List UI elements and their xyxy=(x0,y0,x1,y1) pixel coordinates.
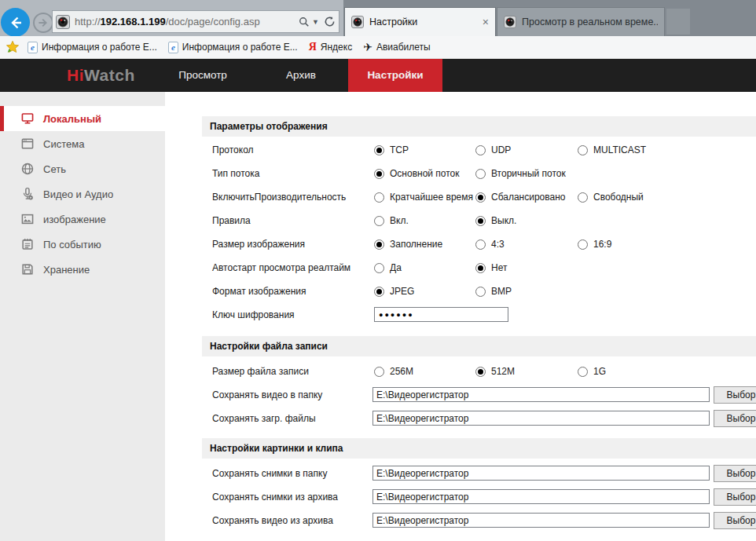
radio-selected-icon[interactable] xyxy=(374,145,384,155)
section-header: Параметры отображения xyxy=(202,116,756,137)
radio-unselected-icon[interactable] xyxy=(475,145,486,155)
nav-settings[interactable]: Настройки xyxy=(348,59,442,92)
radio-selected-icon[interactable] xyxy=(475,367,486,377)
radio-option[interactable]: BMP xyxy=(475,280,512,303)
sidebar-item-6[interactable]: По событию xyxy=(0,232,165,257)
back-arrow-icon xyxy=(8,15,24,31)
forward-button[interactable] xyxy=(33,13,53,33)
radio-selected-icon[interactable] xyxy=(374,169,384,179)
radio-option[interactable]: UDP xyxy=(475,138,511,162)
tab-live-view[interactable]: Просмотр в реальном време... xyxy=(497,7,665,36)
field-label: Сохранять снимки в папку xyxy=(212,462,327,485)
form-row: Размер изображенияЗаполнение4:316:9 xyxy=(202,232,756,256)
radio-option[interactable]: Выкл. xyxy=(475,209,516,232)
radio-unselected-icon[interactable] xyxy=(374,367,384,377)
radio-option[interactable]: Да xyxy=(374,256,402,280)
sidebar-item-label: Хранение xyxy=(43,264,90,276)
browse-button[interactable]: Выбор... xyxy=(714,386,756,404)
folder-path-input[interactable] xyxy=(372,489,710,504)
field-label: Размер файла записи xyxy=(212,360,309,383)
radio-unselected-icon[interactable] xyxy=(578,239,588,250)
folder-path-input[interactable] xyxy=(372,411,710,426)
sidebar-item-1[interactable]: Локальный xyxy=(0,106,165,131)
browse-button[interactable]: Выбор... xyxy=(714,465,756,482)
favorite-link-yandex[interactable]: Я Яндекс xyxy=(309,41,352,53)
ie-page-icon: e xyxy=(28,42,38,53)
radio-option-label: MULTICAST xyxy=(593,144,646,155)
form-row: Сохранять снимки из архиваВыбор... xyxy=(202,485,756,509)
radio-option-label: JPEG xyxy=(390,286,414,297)
tab-close-icon[interactable]: × xyxy=(483,16,489,27)
radio-option[interactable]: JPEG xyxy=(374,280,414,303)
radio-option-label: Основной поток xyxy=(390,168,460,179)
sidebar-item-4[interactable]: Видео и Аудио xyxy=(0,181,165,207)
favorite-link[interactable]: e Информация о работе Е... xyxy=(168,42,298,53)
radio-option[interactable]: 256M xyxy=(374,360,413,383)
search-dropdown-caret[interactable]: ▼ xyxy=(312,18,319,26)
radio-unselected-icon[interactable] xyxy=(374,216,384,226)
sidebar-item-5[interactable]: изображение xyxy=(0,207,165,232)
folder-path-input[interactable] xyxy=(372,466,710,481)
radio-option[interactable]: Вкл. xyxy=(374,209,409,232)
nav-archive[interactable]: Архив xyxy=(267,59,335,92)
form-row: ВключитьПроизводительностьКратчайшее вре… xyxy=(202,185,756,209)
sidebar-item-7[interactable]: Хранение xyxy=(0,257,165,282)
radio-option[interactable]: MULTICAST xyxy=(578,138,646,162)
radio-selected-icon[interactable] xyxy=(374,239,384,250)
ie-page-icon: e xyxy=(168,42,178,53)
radio-option[interactable]: Кратчайшее время xyxy=(374,185,473,209)
back-button[interactable] xyxy=(1,8,30,37)
image-icon xyxy=(20,212,35,226)
radio-option-label: 16:9 xyxy=(593,239,611,250)
favorite-link-tickets[interactable]: ✈ Авиабилеты xyxy=(363,41,430,53)
sidebar-item-3[interactable]: Сеть xyxy=(0,156,165,181)
favorites-star-icon[interactable] xyxy=(6,40,20,54)
radio-unselected-icon[interactable] xyxy=(374,263,384,273)
field-label: Протокол xyxy=(212,138,254,162)
folder-path-input[interactable] xyxy=(372,513,710,528)
airplane-icon: ✈ xyxy=(363,41,372,53)
folder-path-input[interactable] xyxy=(372,387,710,402)
radio-unselected-icon[interactable] xyxy=(578,192,588,203)
browse-button[interactable]: Выбор... xyxy=(714,410,756,427)
radio-unselected-icon[interactable] xyxy=(374,192,384,203)
radio-selected-icon[interactable] xyxy=(374,287,384,297)
sidebar-item-2[interactable]: Система xyxy=(0,131,165,156)
tab-settings[interactable]: Настройки × xyxy=(344,7,496,36)
radio-option[interactable]: 16:9 xyxy=(578,232,611,256)
radio-selected-icon[interactable] xyxy=(475,216,486,226)
encryption-key-input[interactable]: ●●●●●● xyxy=(374,307,508,322)
radio-option[interactable]: TCP xyxy=(374,138,409,162)
radio-option-label: Сбалансировано xyxy=(491,192,566,203)
favorite-link[interactable]: e Информация о работе Е... xyxy=(28,42,157,53)
radio-option[interactable]: 1G xyxy=(578,360,606,383)
settings-sidebar: ЛокальныйСистемаСетьВидео и Аудиоизображ… xyxy=(0,92,165,541)
refresh-icon[interactable] xyxy=(324,16,336,27)
radio-unselected-icon[interactable] xyxy=(475,287,486,297)
browse-button[interactable]: Выбор... xyxy=(714,488,756,506)
radio-option[interactable]: Заполнение xyxy=(374,232,442,256)
site-favicon xyxy=(56,15,70,29)
radio-selected-icon[interactable] xyxy=(475,192,486,203)
radio-option[interactable]: Сбалансировано xyxy=(475,185,566,209)
browser-tab-strip: Настройки × Просмотр в реальном време... xyxy=(343,0,756,36)
radio-unselected-icon[interactable] xyxy=(578,367,588,377)
radio-selected-icon[interactable] xyxy=(475,263,486,273)
search-icon[interactable] xyxy=(299,16,310,27)
radio-unselected-icon[interactable] xyxy=(578,145,588,155)
radio-unselected-icon[interactable] xyxy=(475,169,486,179)
radio-option[interactable]: Свободный xyxy=(578,185,644,209)
nav-live-view[interactable]: Просмотр xyxy=(161,59,244,92)
yandex-icon: Я xyxy=(309,41,317,53)
browse-button[interactable]: Выбор... xyxy=(714,512,756,529)
address-bar[interactable]: http://192.168.1.199/doc/page/config.asp… xyxy=(52,10,339,33)
radio-option[interactable]: Нет xyxy=(475,256,507,280)
url-text[interactable]: http://192.168.1.199/doc/page/config.asp xyxy=(75,16,299,27)
radio-option[interactable]: Основной поток xyxy=(374,162,460,185)
new-tab-button[interactable] xyxy=(666,9,690,35)
form-row: Сохранять загр. файлыВыбор... xyxy=(202,407,756,430)
radio-option[interactable]: 512M xyxy=(475,360,515,383)
radio-option[interactable]: Вторичный поток xyxy=(475,162,566,185)
radio-option[interactable]: 4:3 xyxy=(475,232,505,256)
radio-unselected-icon[interactable] xyxy=(475,239,486,250)
